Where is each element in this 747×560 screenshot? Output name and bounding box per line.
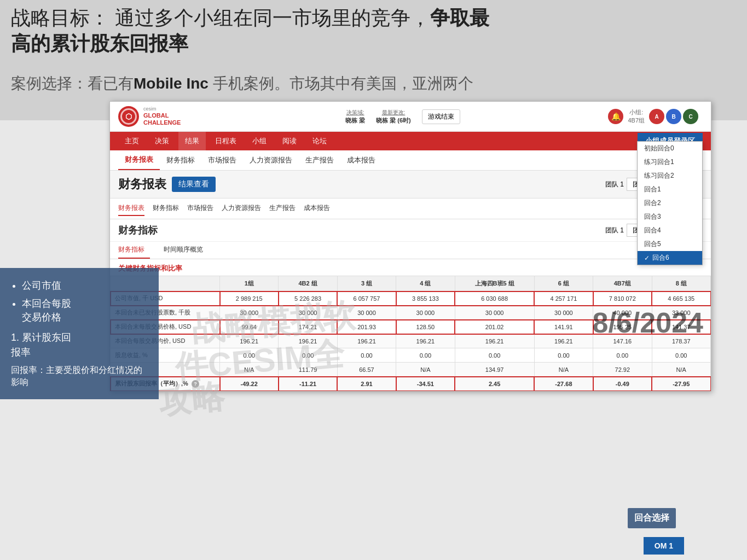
logo-text: cesim GLOBAL CHALLENGE <box>143 106 181 126</box>
nav-team[interactable]: 小组 <box>246 132 273 150</box>
col-header-5: 上海四B班5 组 <box>455 276 534 291</box>
sub-nav-market-report[interactable]: 市场报告 <box>201 151 243 170</box>
col-header-8: 8 组 <box>652 276 710 291</box>
cell-cr-5: 2.45 <box>455 377 534 391</box>
inner-tab-market[interactable]: 市场报告 <box>187 201 213 216</box>
sub-nav-production-report[interactable]: 生产报告 <box>299 151 340 170</box>
cell-sp-8: 141.37 <box>652 320 710 334</box>
cell-ap-1: 196.21 <box>220 334 279 348</box>
col-header-6: 6 组 <box>534 276 593 291</box>
cell-mv-2: 5 226 283 <box>279 291 337 306</box>
nav-read[interactable]: 阅读 <box>276 132 303 150</box>
inner-tab-production[interactable]: 生产报告 <box>269 201 296 216</box>
decision-value: 晓栋 梁 <box>345 116 365 125</box>
nav-forum[interactable]: 论坛 <box>306 132 333 150</box>
sidebar-subtext: 回报率：主要受股价和分红情况的影响 <box>11 364 148 389</box>
cell-cr-4: -34.51 <box>396 377 455 391</box>
metrics-title: 财务指标 <box>118 224 605 237</box>
cell-mv-3: 6 057 757 <box>337 291 396 306</box>
nav-result[interactable]: 结果 <box>178 132 206 150</box>
table-row-avg-price: 本回合每股交易均价, USD 196.21 196.21 196.21 196.… <box>111 334 711 348</box>
inner-tab-hr[interactable]: 人力资源报告 <box>222 201 261 216</box>
game-end-button[interactable]: 游戏结束 <box>422 109 460 124</box>
nav-schedule[interactable]: 日程表 <box>209 132 243 150</box>
nav-home[interactable]: 主页 <box>118 132 146 150</box>
sub-nav-cost-report[interactable]: 成本报告 <box>340 151 382 170</box>
cesim-logo-icon: ⬡ <box>118 106 139 127</box>
slide-subtitle-part1: 案例选择：看已有 <box>11 75 134 92</box>
sub-nav-hr-report[interactable]: 人力资源报告 <box>243 151 299 170</box>
col-header-4: 4 组 <box>396 276 455 291</box>
slide-subtitle: 案例选择：看已有Mobile Inc 手机案例。市场其中有美国，亚洲两个 <box>11 74 613 94</box>
cell-pe-5: 134.97 <box>455 363 534 377</box>
update-field: 最新更改: 晓栋 梁 (6时) <box>376 109 411 125</box>
cell-pe-3: 66.57 <box>337 363 396 377</box>
cell-sp-7: 195.25 <box>593 320 652 334</box>
cell-sp-5: 201.02 <box>455 320 534 334</box>
cell-mv-8: 4 665 135 <box>652 291 710 306</box>
inner-tab-financial-metrics[interactable]: 财务报表 <box>118 201 144 216</box>
sidebar-numbered: 1. 累计股东回报率 <box>11 330 148 360</box>
cell-mv-6: 4 257 171 <box>534 291 593 306</box>
cell-cr-1: -49.22 <box>220 377 279 391</box>
om-label: OM 1 <box>644 537 684 555</box>
cell-pe-6: N/A <box>534 363 593 377</box>
sidebar-list: 公司市值 本回合每股交易价格 <box>11 279 148 325</box>
avatar-3: C <box>683 109 698 124</box>
cell-sh-4: 30 000 <box>396 306 455 320</box>
cell-ap-6: 196.21 <box>534 334 593 348</box>
cell-mv-4: 3 855 133 <box>396 291 455 306</box>
page-title: 财务报表 <box>118 176 166 192</box>
cell-pe-7: 72.92 <box>593 363 652 377</box>
round-item-7[interactable]: 回合5 <box>638 237 702 251</box>
cell-pe-8: N/A <box>652 363 710 377</box>
avatar-1: A <box>649 109 664 124</box>
col-header-7: 4B7组 <box>593 276 652 291</box>
cell-ap-5: 196.21 <box>455 334 534 348</box>
decision-field: 决策域: 晓栋 梁 <box>345 109 365 125</box>
cell-pe-4: N/A <box>396 363 455 377</box>
cell-div-7: 0.00 <box>593 348 652 363</box>
tab-timeline[interactable]: 时间顺序概览 <box>158 242 209 259</box>
cell-div-3: 0.00 <box>337 348 396 363</box>
logo-line2: CHALLENGE <box>143 119 181 126</box>
left-sidebar-overlay: 公司市值 本回合每股交易价格 1. 累计股东回报率 回报率：主要受股价和分红情况… <box>0 268 159 399</box>
tab-financial-metrics[interactable]: 财务指标 <box>118 242 150 259</box>
col-header-3: 3 组 <box>337 276 396 291</box>
cell-div-2: 0.00 <box>279 348 337 363</box>
cell-div-4: 0.00 <box>396 348 455 363</box>
nav-decision[interactable]: 决策 <box>148 132 176 150</box>
cell-sp-1: 99.64 <box>220 320 279 334</box>
cell-mv-7: 7 810 072 <box>593 291 652 306</box>
avatar-group: A B C <box>649 109 698 124</box>
avatar-2: B <box>666 109 681 124</box>
cell-mv-1: 2 989 215 <box>220 291 279 306</box>
financial-sub-tabs: 财务指标 时间顺序概览 <box>110 242 711 259</box>
cell-sh-6: 30 000 <box>534 306 593 320</box>
round-item-4[interactable]: 回合2 <box>638 196 702 210</box>
round-item-0[interactable]: 初始回合0 <box>638 142 702 155</box>
help-icon[interactable]: ? <box>192 380 199 388</box>
inner-tab-cost[interactable]: 成本报告 <box>304 201 330 216</box>
cell-sp-4: 128.50 <box>396 320 455 334</box>
round-dropdown[interactable]: 初始回合0 练习回合1 练习回合2 回合1 回合2 回合3 回合4 回合5 回合… <box>637 141 703 265</box>
sub-nav-financial-statement[interactable]: 财务报表 <box>118 150 160 170</box>
cell-pe-1: N/A <box>220 363 279 377</box>
cell-cr-2: -11.21 <box>279 377 337 391</box>
round-item-8[interactable]: 回合6 <box>638 251 702 265</box>
round-item-2[interactable]: 练习回合2 <box>638 169 702 183</box>
notification-icon[interactable]: 🔔 <box>608 109 623 124</box>
round-item-6[interactable]: 回合4 <box>638 224 702 237</box>
round-item-1[interactable]: 练习回合1 <box>638 155 702 169</box>
table-row-shares: 本回合未已发行股票数, 千股 30 000 30 000 30 000 30 0… <box>111 306 711 320</box>
inner-tab-financial-metrics2[interactable]: 财务指标 <box>153 201 179 216</box>
cell-ap-2: 196.21 <box>279 334 337 348</box>
cesim-window: ⬡ cesim GLOBAL CHALLENGE 决策域: 晓栋 梁 最新更改:… <box>109 101 711 392</box>
round-item-5[interactable]: 回合3 <box>638 210 702 224</box>
sub-nav-financial-metrics[interactable]: 财务指标 <box>160 151 201 170</box>
round-item-3[interactable]: 回合1 <box>638 183 702 196</box>
cell-pe-2: 111.79 <box>279 363 337 377</box>
sidebar-item-1: 公司市值 <box>22 279 148 293</box>
cell-ap-7: 147.16 <box>593 334 652 348</box>
team-info: 小组: 4B7组 <box>628 108 645 125</box>
